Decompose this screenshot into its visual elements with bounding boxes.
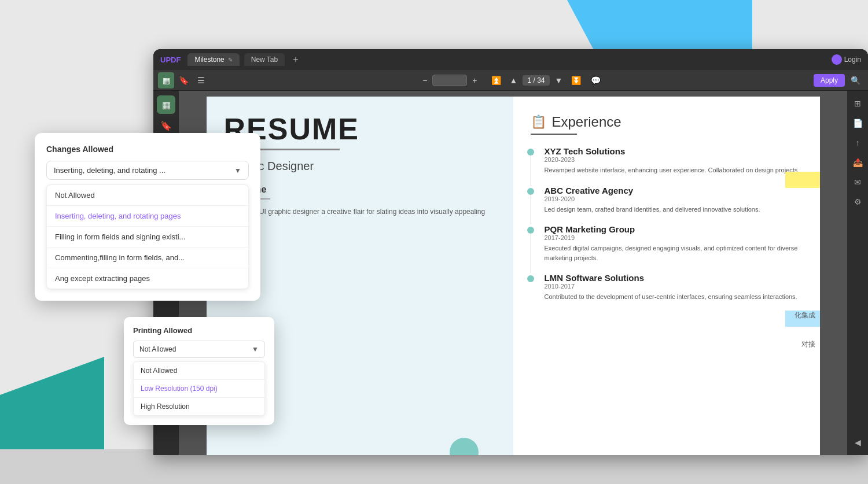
comment-button[interactable]: 💬	[588, 72, 604, 88]
right-icon-6[interactable]: ⚙	[849, 194, 866, 210]
about-me-label: About me	[224, 184, 496, 195]
first-page-button[interactable]: ⏫	[488, 72, 504, 88]
changes-allowed-panel: Changes Allowed Inserting, deleting, and…	[35, 133, 260, 301]
active-tab[interactable]: Milestone ✎	[187, 53, 239, 66]
job-company-3: PQR Marketing Group	[545, 224, 803, 234]
experience-icon: 📋	[531, 114, 546, 130]
zoom-input[interactable]: 640%	[432, 75, 467, 86]
page-view-button[interactable]: ☰	[193, 72, 209, 88]
printing-option-high-res[interactable]: High Resolution	[134, 398, 264, 415]
job-company-2: ABC Creative Agency	[545, 186, 803, 195]
changes-option-not-allowed[interactable]: Not Allowed	[47, 185, 248, 205]
right-icon-3[interactable]: ↑	[849, 135, 866, 151]
changes-option-inserting[interactable]: Inserting, deleting, and rotating pages	[47, 206, 248, 226]
changes-dropdown-selected[interactable]: Inserting, deleting, and rotating ... ▼	[46, 161, 249, 180]
tab-edit-icon: ✎	[228, 57, 233, 63]
user-avatar	[832, 54, 842, 65]
job-timeline-3	[531, 234, 531, 273]
experience-header: 📋 Experience	[531, 114, 803, 130]
nav-controls: ⏫ ▲ 1 / 34 ▼ ⏬ 💬	[488, 72, 604, 88]
job-year-2: 2019-2020	[545, 195, 803, 202]
pdf-page: RESUME Graphic Designer About me passion…	[207, 97, 820, 455]
job-company-4: LMN Software Solutions	[545, 273, 803, 283]
new-tab-label: New Tab	[251, 56, 278, 64]
job-desc-1: Revamped website interface, enhancing us…	[545, 165, 803, 175]
printing-dropdown-menu: Not Allowed Low Resolution (150 dpi) Hig…	[133, 361, 265, 416]
right-icon-2[interactable]: 📄	[849, 115, 866, 131]
experience-title-text: Experience	[552, 114, 621, 130]
toolbar-center: − 640% + ⏫ ▲ 1 / 34 ▼ ⏬ 💬	[211, 72, 811, 88]
yellow-bar-decoration	[785, 172, 820, 188]
job-year-1: 2020-2023	[545, 156, 803, 163]
toolbar: ▦ 🔖 ☰ − 640% + ⏫ ▲ 1 / 34 ▼ ⏬ 💬	[153, 70, 868, 91]
chinese-text-2: 对接	[801, 339, 815, 349]
main-content: RESUME Graphic Designer About me passion…	[179, 91, 847, 455]
job-dot-1	[527, 149, 534, 156]
login-label: Login	[844, 56, 861, 64]
job-item-3: PQR Marketing Group 2017-2019 Executed d…	[531, 224, 803, 263]
printing-selected-value: Not Allowed	[139, 345, 176, 353]
resume-title: RESUME	[224, 114, 496, 144]
chinese-text-1: 化集成	[795, 311, 815, 320]
teal-circle-decoration	[450, 438, 479, 455]
printing-option-low-res[interactable]: Low Resolution (150 dpi)	[134, 380, 264, 397]
job-year-4: 2010-2017	[545, 283, 803, 290]
zoom-controls: − 640% +	[418, 74, 481, 87]
changes-panel-label: Changes Allowed	[46, 145, 249, 154]
job-company-1: XYZ Tech Solutions	[545, 146, 803, 156]
title-bar: UPDF Milestone ✎ New Tab + Login	[153, 49, 868, 70]
changes-dropdown-menu: Not Allowed Inserting, deleting, and rot…	[46, 184, 249, 289]
tab-label: Milestone	[194, 56, 224, 64]
right-sidebar: ⊞ 📄 ↑ 📤 ✉ ⚙ ◀	[847, 91, 868, 455]
right-icon-5[interactable]: ✉	[849, 174, 866, 190]
experience-divider	[531, 134, 577, 135]
resume-right-section: 📋 Experience XYZ Tech Solutions 2020-202…	[513, 97, 820, 455]
job-dot-2	[527, 188, 534, 195]
next-page-button[interactable]: ▼	[551, 72, 567, 88]
zoom-out-button[interactable]: −	[418, 74, 431, 87]
changes-option-filling[interactable]: Filling in form fields and signing exist…	[47, 227, 248, 247]
job-timeline-2	[531, 195, 531, 225]
right-icon-collapse[interactable]: ◀	[849, 434, 866, 450]
last-page-button[interactable]: ⏬	[568, 72, 584, 88]
bookmark-button[interactable]: 🔖	[175, 72, 192, 88]
changes-option-any[interactable]: Ang except extracting pages	[47, 268, 248, 289]
prev-page-button[interactable]: ▲	[505, 72, 521, 88]
sidebar-icon-bookmark[interactable]: 🔖	[157, 116, 175, 135]
job-desc-2: Led design team, crafted brand identitie…	[545, 205, 803, 215]
job-dot-4	[527, 275, 534, 282]
changes-dropdown-arrow: ▼	[234, 167, 241, 175]
job-item-1: XYZ Tech Solutions 2020-2023 Revamped we…	[531, 146, 803, 175]
changes-selected-value: Inserting, deleting, and rotating ...	[54, 166, 165, 175]
job-desc-4: Contributed to the development of user-c…	[545, 292, 803, 302]
changes-option-commenting[interactable]: Commenting,filling in form fields, and..…	[47, 247, 248, 268]
sidebar-toggle-button[interactable]: ▦	[158, 72, 174, 88]
page-indicator: 1 / 34	[523, 75, 549, 86]
right-icon-4[interactable]: 📤	[849, 154, 866, 171]
title-bar-right: Login	[832, 54, 861, 65]
toolbar-left: ▦ 🔖 ☰	[158, 72, 209, 88]
job-year-3: 2017-2019	[545, 234, 803, 241]
job-timeline-1	[531, 156, 531, 186]
new-tab[interactable]: New Tab	[244, 53, 285, 66]
job-dot-3	[527, 227, 534, 234]
login-button[interactable]: Login	[832, 54, 861, 65]
printing-option-not-allowed[interactable]: Not Allowed	[134, 362, 264, 379]
printing-allowed-panel: Printing Allowed Not Allowed ▼ Not Allow…	[124, 317, 274, 425]
job-item-4: LMN Software Solutions 2010-2017 Contrib…	[531, 273, 803, 302]
job-item-2: ABC Creative Agency 2019-2020 Led design…	[531, 186, 803, 215]
resume-subtitle: Graphic Designer	[224, 160, 496, 173]
apply-button[interactable]: Apply	[814, 74, 845, 87]
toolbar-right: Apply 🔍	[814, 72, 863, 88]
sidebar-icon-pages[interactable]: ▦	[157, 95, 175, 114]
search-button[interactable]: 🔍	[847, 72, 863, 88]
job-desc-3: Executed digital campaigns, designed eng…	[545, 243, 803, 263]
printing-dropdown-selected[interactable]: Not Allowed ▼	[133, 341, 265, 358]
printing-panel-label: Printing Allowed	[133, 326, 265, 335]
add-tab-button[interactable]: +	[289, 54, 301, 65]
about-text: passionate UI graphic designer a creativ…	[224, 206, 496, 228]
printing-dropdown-arrow: ▼	[252, 345, 259, 353]
updf-logo: UPDF	[160, 56, 181, 64]
right-icon-1[interactable]: ⊞	[849, 95, 866, 112]
zoom-in-button[interactable]: +	[468, 74, 481, 87]
